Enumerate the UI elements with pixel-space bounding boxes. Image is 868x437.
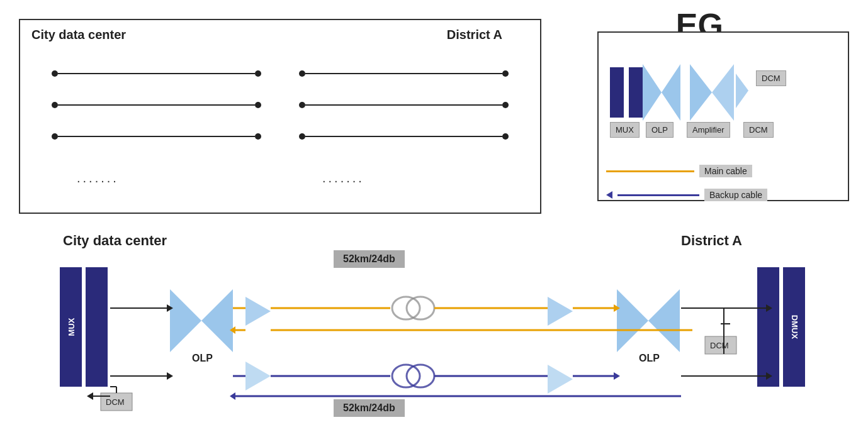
dot	[52, 133, 58, 140]
left-amp-main	[245, 297, 271, 326]
legend-main: Main cable	[606, 165, 752, 177]
right-amp-main	[548, 297, 573, 326]
dots-right: .......	[322, 171, 364, 185]
svg-marker-1	[662, 64, 680, 121]
olp-right-label: OLP	[639, 353, 660, 363]
bottom-svg: OLP OLP	[0, 226, 868, 437]
dot	[52, 70, 58, 77]
arrow-head-dmux-lower	[766, 372, 772, 380]
left-olp-left-tri	[201, 289, 233, 352]
top-left-diagram: City data center District A ....... ....…	[19, 19, 541, 214]
dot	[502, 133, 509, 140]
line-seg	[58, 104, 255, 106]
mux-label-box: MUX	[610, 122, 640, 138]
blue-arrow-right	[614, 372, 620, 380]
line-row-2	[52, 102, 509, 108]
main-cable-line	[606, 170, 694, 172]
right-olp-left-tri	[648, 289, 680, 352]
line-seg	[305, 104, 502, 106]
dot	[502, 70, 509, 77]
dot	[502, 102, 509, 108]
dcm-text-left: DCM	[106, 397, 125, 407]
mux-block	[610, 67, 643, 120]
city-label-top: City data center	[31, 28, 126, 42]
dcm-top-right: DCM	[756, 70, 786, 86]
legend-backup: Backup cable	[606, 189, 767, 201]
backup-cable-line	[617, 194, 699, 196]
olp-left-label: OLP	[192, 353, 213, 363]
dot	[255, 133, 261, 140]
backup-arrow	[606, 191, 612, 199]
bottom-diagram: City data center District A 52km/24db 52…	[0, 226, 868, 437]
olp-svg	[643, 64, 680, 121]
svg-marker-3	[712, 64, 734, 121]
dot	[255, 102, 261, 108]
left-olp-right-tri	[170, 289, 201, 352]
olp-label-box: OLP	[646, 122, 674, 138]
dcm-label-box: DCM	[743, 122, 774, 138]
svg-marker-0	[643, 64, 662, 121]
line-row-3	[52, 133, 509, 140]
line-seg	[58, 136, 255, 137]
left-dcm-arrow	[87, 392, 93, 400]
dot	[299, 133, 305, 140]
dots-left: .......	[77, 171, 119, 185]
amp-label-box: Amplifier	[687, 122, 730, 138]
left-amp-backup	[245, 362, 271, 390]
arrow-head-dmux-top	[766, 304, 772, 312]
main-cable-label: Main cable	[699, 165, 752, 177]
dot	[299, 102, 305, 108]
blue-return-arrow	[230, 392, 235, 400]
dot	[255, 70, 261, 77]
dcm-text-right: DCM	[710, 341, 729, 350]
district-label-top: District A	[447, 28, 502, 42]
right-amp-backup	[548, 365, 573, 394]
svg-marker-2	[690, 64, 712, 121]
right-olp-right-tri	[617, 289, 648, 352]
backup-cable-label: Backup cable	[704, 189, 767, 201]
arrow-head-lower	[167, 372, 173, 380]
svg-marker-4	[736, 74, 748, 108]
line-seg	[58, 73, 255, 74]
dot	[299, 70, 305, 77]
top-right-diagram: DCM MUX OLP Amplifier DCM Main cable Bac…	[597, 31, 849, 201]
line-row-1	[52, 70, 509, 77]
line-seg	[305, 136, 502, 137]
dot	[52, 102, 58, 108]
amplifier-svg	[690, 64, 734, 121]
line-seg	[305, 73, 502, 74]
